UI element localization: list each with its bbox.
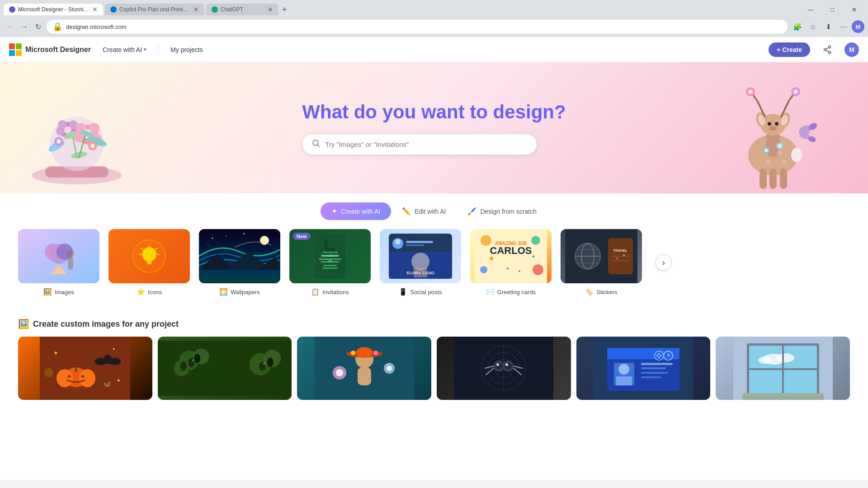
- stickers-label-text: Stickers: [596, 289, 617, 296]
- hero-search-box[interactable]: [302, 134, 537, 155]
- maximize-button[interactable]: □: [822, 3, 843, 16]
- custom-image-passport[interactable]: [576, 337, 711, 400]
- svg-rect-210: [641, 367, 666, 369]
- category-icons-thumbnail: [108, 229, 190, 283]
- svg-point-115: [395, 239, 401, 244]
- custom-image-halloween[interactable]: ★ ★ ★ 🦋: [18, 337, 152, 400]
- app-container: Microsoft Designer Create with AI ▾ My p…: [0, 37, 868, 480]
- custom-images-grid: ★ ★ ★ 🦋: [18, 337, 850, 400]
- tab-close-2[interactable]: ✕: [193, 6, 199, 13]
- tab-close-3[interactable]: ✕: [268, 6, 273, 13]
- invitations-category-icon: 📋: [311, 288, 320, 296]
- greeting-cards-label-text: Greeting cards: [497, 289, 536, 296]
- address-bar[interactable]: 🔒 designer.microsoft.com: [46, 19, 788, 34]
- extensions-icon-button[interactable]: 🧩: [790, 19, 805, 34]
- tab-close-1[interactable]: ✕: [92, 6, 98, 13]
- create-button[interactable]: + Create: [769, 42, 810, 57]
- browser-titlebar: Microsoft Designer - Stunning ✕ Copilot …: [0, 0, 868, 16]
- category-stickers[interactable]: TRAVEL 🏷️ Stickers: [561, 229, 642, 296]
- category-wallpapers[interactable]: 🌅 Wallpapers: [199, 229, 280, 296]
- logo-icon: [9, 43, 22, 56]
- browser-tab-3[interactable]: ChatGPT ✕: [206, 4, 278, 15]
- browser-toolbar-icons: 🧩 ☆ ⬇ ⋯ M: [790, 19, 864, 34]
- custom-image-sombrero[interactable]: [297, 337, 431, 400]
- tab-edit-ai[interactable]: ✏️ Edit with AI: [391, 202, 457, 220]
- svg-point-50: [768, 122, 771, 126]
- create-with-ai-nav[interactable]: Create with AI ▾: [100, 44, 149, 55]
- custom-image-spider[interactable]: [437, 337, 571, 400]
- svg-point-182: [336, 369, 343, 376]
- svg-point-179: [373, 351, 378, 355]
- svg-line-7: [826, 47, 829, 49]
- tab-favicon-2: [110, 6, 117, 13]
- chevron-down-icon: ▾: [144, 47, 146, 52]
- close-button[interactable]: ✕: [844, 3, 864, 16]
- tab-title-2: Copilot Pro Plan und Preise – F...: [119, 6, 191, 13]
- nav-divider: [158, 44, 159, 55]
- user-avatar[interactable]: M: [844, 42, 859, 57]
- svg-line-68: [808, 132, 809, 133]
- category-images[interactable]: 🖼️ Images: [18, 229, 99, 296]
- logo-area[interactable]: Microsoft Designer: [9, 43, 91, 56]
- section-header: 🖼️ Create custom images for any project: [18, 319, 850, 329]
- tab-edit-ai-label: Edit with AI: [415, 208, 446, 215]
- custom-image-window[interactable]: [716, 337, 850, 400]
- svg-point-195: [495, 362, 503, 370]
- hero-right-decoration: [714, 67, 832, 193]
- minimize-button[interactable]: —: [800, 3, 821, 16]
- share-icon-button[interactable]: [819, 42, 835, 58]
- logo-text: Microsoft Designer: [25, 46, 91, 54]
- svg-point-198: [505, 363, 508, 366]
- svg-point-63: [793, 89, 798, 94]
- new-badge: New: [293, 233, 311, 240]
- svg-rect-212: [641, 376, 661, 378]
- svg-point-225: [776, 353, 794, 362]
- refresh-button[interactable]: ↻: [33, 21, 44, 33]
- browser-tab-2[interactable]: Copilot Pro Plan und Preise – F... ✕: [105, 4, 204, 15]
- svg-point-126: [531, 236, 540, 245]
- back-button[interactable]: ←: [4, 21, 16, 33]
- tab-bar: ✦ Create with AI ✏️ Edit with AI 🖌️ Desi…: [0, 193, 868, 225]
- category-wallpapers-label: 🌅 Wallpapers: [219, 288, 260, 296]
- browser-profile-button[interactable]: M: [852, 20, 864, 33]
- category-greeting-cards[interactable]: AMAZING JOB CARLOS ★ ✦ ● ▲: [470, 229, 552, 296]
- svg-rect-152: [75, 367, 77, 372]
- new-tab-button[interactable]: +: [280, 4, 289, 15]
- category-greeting-cards-thumbnail: AMAZING JOB CARLOS ★ ✦ ● ▲: [470, 229, 552, 283]
- category-invitations[interactable]: New: [289, 229, 371, 296]
- category-social-posts[interactable]: ELVIRA CANO 📱 Social posts: [380, 229, 461, 296]
- svg-text:🦋: 🦋: [103, 380, 111, 388]
- hero-content: What do you want to design?: [302, 101, 566, 155]
- forward-button[interactable]: →: [18, 21, 31, 33]
- category-images-thumbnail: [18, 229, 99, 283]
- svg-point-217: [658, 353, 660, 355]
- wallpapers-category-icon: 🌅: [219, 288, 228, 296]
- svg-point-6: [824, 48, 826, 51]
- downloads-icon-button[interactable]: ⬇: [821, 19, 835, 34]
- tab-create-ai[interactable]: ✦ Create with AI: [321, 202, 391, 220]
- svg-point-154: [94, 358, 107, 365]
- browser-tab-1[interactable]: Microsoft Designer - Stunning ✕: [4, 4, 103, 15]
- address-lock-icon: 🔒: [52, 22, 62, 32]
- design-scratch-icon: 🖌️: [467, 207, 476, 216]
- svg-text:CARLOS: CARLOS: [490, 245, 532, 256]
- greeting-cards-category-icon: ✉️: [486, 288, 495, 296]
- window-thumbnail: [716, 337, 850, 400]
- category-icons-label: ⭐ Icons: [137, 288, 162, 296]
- svg-point-219: [656, 355, 658, 357]
- svg-point-172: [192, 359, 194, 361]
- browser-settings-button[interactable]: ⋯: [836, 19, 851, 34]
- category-greeting-cards-label: ✉️ Greeting cards: [486, 288, 536, 296]
- custom-image-olives[interactable]: [158, 337, 292, 400]
- favorites-icon-button[interactable]: ☆: [806, 19, 820, 34]
- hero-search-input[interactable]: [325, 141, 528, 148]
- my-projects-nav[interactable]: My projects: [168, 44, 206, 55]
- category-icons[interactable]: ⭐ Icons: [108, 229, 190, 296]
- svg-rect-85: [147, 263, 151, 264]
- svg-text:ELVIRA CANO: ELVIRA CANO: [406, 271, 434, 275]
- svg-point-125: [481, 235, 491, 246]
- section-icon: 🖼️: [18, 319, 29, 329]
- categories-next-arrow[interactable]: ›: [656, 254, 672, 271]
- tab-design-scratch[interactable]: 🖌️ Design from scratch: [457, 202, 547, 220]
- tab-title-3: ChatGPT: [221, 6, 265, 13]
